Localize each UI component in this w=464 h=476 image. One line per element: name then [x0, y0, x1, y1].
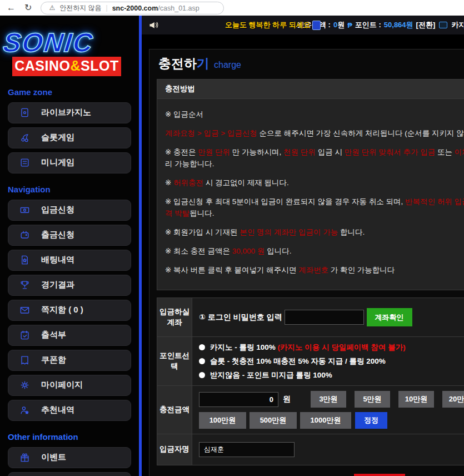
instruction-line: ※ 입금신청 후 최대 5분이내 입금이 완료되지 않을 경우 자동 취소 되며… [165, 196, 464, 207]
amount-button-20[interactable]: 20만원 [442, 391, 464, 408]
amount-button-5[interactable]: 5만원 [355, 391, 390, 408]
site-logo[interactable]: SONIC CASINO&SLOT [3, 30, 139, 76]
sidebar-item-referrals[interactable]: 추천내역 [8, 400, 131, 421]
sidebar-item-deposit[interactable]: 입금신청 [8, 200, 131, 221]
sidebar-item-mini-game[interactable]: 미니게임 [8, 152, 131, 173]
document-star-icon [19, 255, 30, 265]
trophy-icon [19, 280, 30, 290]
sidebar-item-label: 추천내역 [41, 405, 74, 415]
ticket-icon [19, 355, 30, 365]
address-bar[interactable]: ⚠ 안전하지 않음 | snc-2000.com/cash_01.asp [41, 2, 224, 14]
sidebar-item-partial[interactable] [8, 472, 131, 476]
depositor-row-label: 입금자명 [157, 434, 192, 465]
account-check-button[interactable]: 계좌확인 [367, 308, 412, 326]
point-option-slot: 슬롯 - 첫충전 10% 매충전 5% 자동 지급 / 롤링 200% [199, 354, 464, 368]
radio-icon[interactable] [199, 358, 205, 364]
amount-button-1000[interactable]: 1000만원 [300, 412, 351, 429]
gift-icon [19, 452, 30, 463]
sidebar-item-messages[interactable]: 쪽지함 ( 0 ) [8, 300, 131, 321]
instruction-line: ※ 충전은 만원 단위 만 가능하시며, 천원 단위 입금 시 만원 단위 맞춰… [165, 146, 464, 158]
balance-value: 0원 [333, 20, 345, 30]
bank-icon [439, 22, 447, 28]
sidebar-item-game-results[interactable]: 경기결과 [8, 275, 131, 296]
amount-button-10[interactable]: 10만원 [398, 391, 434, 408]
balance-unit: 원 [337, 21, 345, 29]
sidebar-item-label: 경기결과 [41, 280, 74, 290]
instruction-line: 격 박탈됩니다. [165, 207, 464, 219]
refresh-icon[interactable]: ↻ [24, 3, 32, 12]
logo-text: SONIC [2, 30, 95, 56]
amount-button-500[interactable]: 500만원 [250, 412, 297, 429]
submit-row: 충전신청 [157, 474, 464, 476]
amount-input[interactable] [199, 392, 278, 407]
page-url: snc-2000.com/cash_01.asp [112, 3, 199, 13]
charge-panel: 충전하기charge 충전방법 ※ 입금순서 계좌요청 > 입금 > 입금신청 … [149, 49, 464, 476]
sidebar-item-label: 슬롯게임 [41, 132, 74, 143]
radio-icon[interactable] [199, 344, 205, 350]
point-row-label: 포인트선택 [157, 337, 192, 385]
convert-link[interactable]: [전환] [416, 20, 436, 30]
sidebar-item-attendance[interactable]: 출석부 [8, 325, 131, 346]
sidebar-item-label: 출석부 [41, 330, 66, 340]
instruction-line: ※ 허위충전 시 경고없이 제재 됩니다. [165, 177, 464, 189]
depositor-name-input[interactable] [199, 442, 295, 457]
sidebar-item-label: 입금신청 [41, 205, 74, 215]
points-value: 50,864원 [384, 20, 413, 30]
point-option-label: 받지않음 - 포인트 미지급 롤링 100% [210, 368, 332, 382]
account-row: 입금하실 계좌 ① 로그인 비밀번호 입력 계좌확인 [157, 298, 464, 337]
peso-icon: ₱ [347, 21, 352, 29]
heading-navigation: Navigation [8, 185, 139, 194]
radio-icon[interactable] [199, 372, 205, 378]
heading-other-information: Other information [8, 432, 139, 442]
amount-button-100[interactable]: 100만원 [199, 412, 246, 429]
logo-amp: & [71, 58, 81, 73]
charge-method-instructions: ※ 입금순서 계좌요청 > 입금 > 입금신청 순으로 해주시면 가장 신속하게… [157, 99, 464, 290]
instruction-line: ※ 입금순서 [165, 108, 464, 120]
money-icon [19, 205, 30, 215]
login-password-input[interactable] [285, 310, 364, 325]
amount-button-3[interactable]: 3만원 [311, 391, 346, 408]
point-option-none: 받지않음 - 포인트 미지급 롤링 100% [199, 368, 464, 382]
url-domain: snc-2000.com [112, 4, 158, 12]
sidebar-item-mypage[interactable]: 마이페이지 [8, 375, 131, 396]
title-main: 충전하 [158, 56, 197, 71]
sidebar: SONIC CASINO&SLOT Game zone 라이브카지노 슬롯게임 … [0, 16, 139, 476]
sidebar-item-label: 쿠폰함 [41, 355, 66, 365]
browser-toolbar: ← ↻ ⚠ 안전하지 않음 | snc-2000.com/cash_01.asp [0, 0, 464, 16]
sidebar-item-label: 쪽지함 ( 0 ) [41, 305, 83, 315]
card-icon [19, 107, 30, 118]
amount-row-label: 충전금액 [157, 386, 192, 434]
points-label: 포인트 : [355, 20, 381, 30]
sidebar-item-label: 미니게임 [41, 157, 74, 168]
calendar-check-icon [19, 330, 30, 340]
sidebar-item-slot-game[interactable]: 슬롯게임 [8, 127, 131, 148]
sidebar-item-label: 이벤트 [41, 452, 66, 463]
marquee-character-icon [312, 21, 321, 30]
minigame-icon [19, 157, 30, 168]
depositor-row: 입금자명 [157, 434, 464, 465]
sidebar-item-withdraw[interactable]: 출금신청 [8, 225, 131, 246]
back-icon[interactable]: ← [7, 3, 16, 12]
point-option-label: 슬롯 - 첫충전 10% 매충전 5% 자동 지급 / 롤링 200% [210, 354, 386, 368]
casino-money-label: 카지 [451, 20, 464, 30]
sidebar-item-label: 배팅내역 [41, 255, 74, 265]
amount-unit: 원 [283, 394, 291, 404]
top-infobar: 오늘도 행복한 하루 되세요 보유금액 : 0원 ₱ 포인트 : 50,864원… [142, 16, 464, 34]
security-label: 안전하지 않음 [59, 3, 101, 13]
charge-submit-button[interactable]: 충전신청 [354, 474, 405, 476]
cherry-icon [19, 132, 30, 143]
logo-casino: CASINO [14, 58, 70, 73]
logo-band: CASINO&SLOT [12, 57, 121, 76]
sidebar-item-live-casino[interactable]: 라이브카지노 [8, 102, 131, 123]
amount-clear-button[interactable]: 정정 [355, 412, 387, 429]
charge-method-box: 충전방법 ※ 입금순서 계좌요청 > 입금 > 입금신청 순으로 해주시면 가장… [157, 79, 464, 290]
warning-icon: ⚠ [49, 4, 55, 12]
amount-row: 충전금액 원 3만원 5만원 10만원 20만원 100만원 [157, 386, 464, 434]
sidebar-item-label: 출금신청 [41, 230, 74, 240]
instruction-line: ※ 회원가입 시 기재된 본인 명의 계좌만 입금이 가능 합니다. [165, 226, 464, 238]
point-option-casino: 카지노 - 롤링 100% (카지노 이용 시 당일페이백 참여 불가) [199, 340, 464, 354]
sidebar-item-events[interactable]: 이벤트 [8, 447, 131, 468]
point-select-row: 포인트선택 카지노 - 롤링 100% (카지노 이용 시 당일페이백 참여 불… [157, 337, 464, 386]
sidebar-item-coupons[interactable]: 쿠폰함 [8, 350, 131, 371]
sidebar-item-betting-history[interactable]: 배팅내역 [8, 250, 131, 271]
